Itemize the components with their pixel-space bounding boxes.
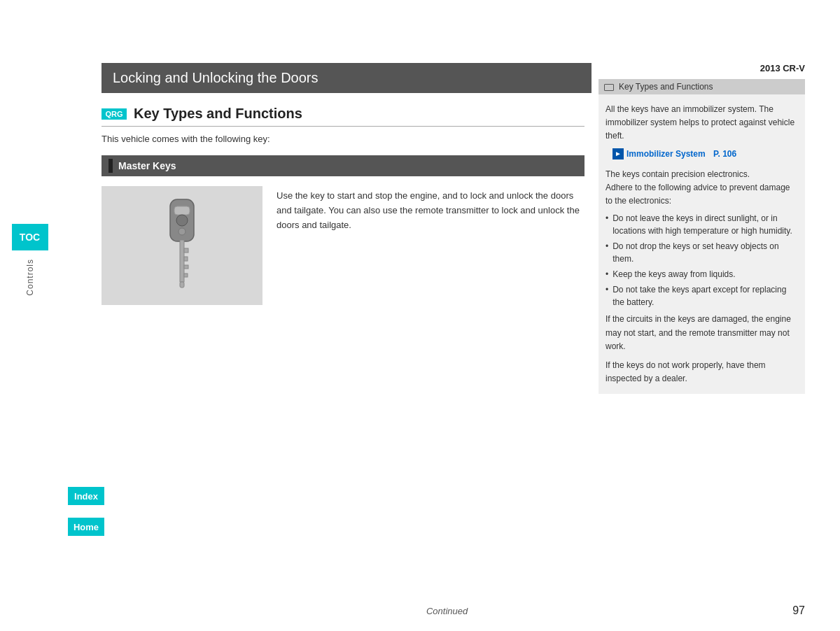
immobilizer-page: P. 106 bbox=[713, 148, 736, 161]
intro-text: This vehicle comes with the following ke… bbox=[102, 134, 592, 144]
svg-rect-9 bbox=[180, 282, 184, 288]
list-item: Do not drop the keys or set heavy object… bbox=[606, 240, 798, 265]
vehicle-year: 2013 CR-V bbox=[598, 63, 805, 73]
svg-rect-7 bbox=[184, 265, 188, 269]
controls-label: Controls bbox=[25, 259, 35, 296]
continued-text: Continued bbox=[102, 606, 792, 616]
right-section-content: All the keys have an immobilizer system.… bbox=[598, 94, 805, 394]
bullet-list: Do not leave the keys in direct sunlight… bbox=[606, 212, 798, 309]
svg-rect-6 bbox=[184, 257, 188, 261]
subsection-bar bbox=[108, 159, 113, 173]
section-divider bbox=[102, 126, 584, 127]
key-illustration bbox=[158, 197, 206, 295]
svg-point-3 bbox=[178, 228, 186, 235]
right-para4: If the circuits in the keys are damaged,… bbox=[606, 313, 798, 353]
key-image bbox=[102, 186, 262, 305]
list-item: Do not take the keys apart except for re… bbox=[606, 283, 798, 309]
svg-rect-4 bbox=[180, 240, 184, 282]
immobilizer-link-text: Immobilizer System bbox=[626, 148, 706, 161]
sidebar: TOC Controls bbox=[0, 0, 59, 631]
master-keys-content: Use the key to start and stop the engine… bbox=[102, 186, 584, 305]
right-section-header: Key Types and Functions bbox=[598, 79, 805, 94]
index-button[interactable]: Index bbox=[68, 487, 104, 505]
right-panel: 2013 CR-V Key Types and Functions All th… bbox=[598, 63, 805, 394]
home-button[interactable]: Home bbox=[68, 518, 104, 536]
monitor-icon bbox=[604, 84, 614, 91]
right-para3: Adhere to the following advice to preven… bbox=[606, 181, 798, 208]
list-item: Keep the keys away from liquids. bbox=[606, 268, 798, 281]
svg-point-2 bbox=[176, 215, 188, 226]
immobilizer-link[interactable]: ► Immobilizer System P. 106 bbox=[612, 148, 798, 161]
section-title: Key Types and Functions bbox=[134, 106, 302, 122]
list-item: Do not leave the keys in direct sunlight… bbox=[606, 212, 798, 237]
right-para5: If the keys do not work properly, have t… bbox=[606, 359, 798, 385]
key-description: Use the key to start and stop the engine… bbox=[276, 186, 584, 232]
qrg-badge: QRG bbox=[102, 108, 127, 120]
svg-rect-1 bbox=[174, 206, 190, 215]
subsection-title: Master Keys bbox=[118, 160, 176, 171]
page-header: Locking and Unlocking the Doors bbox=[102, 63, 592, 93]
right-para2: The keys contain precision electronics. bbox=[606, 168, 798, 181]
link-icon: ► bbox=[612, 148, 624, 159]
right-para1: All the keys have an immobilizer system.… bbox=[606, 103, 798, 143]
svg-rect-8 bbox=[184, 274, 188, 277]
main-content: Locking and Unlocking the Doors QRG Key … bbox=[102, 63, 592, 305]
subsection-header: Master Keys bbox=[102, 155, 584, 176]
page-footer: Continued 97 bbox=[102, 604, 805, 617]
section-title-row: QRG Key Types and Functions bbox=[102, 106, 592, 122]
svg-rect-5 bbox=[184, 248, 188, 253]
toc-button[interactable]: TOC bbox=[12, 224, 48, 250]
page-number: 97 bbox=[792, 604, 805, 617]
right-section-title: Key Types and Functions bbox=[619, 82, 713, 92]
